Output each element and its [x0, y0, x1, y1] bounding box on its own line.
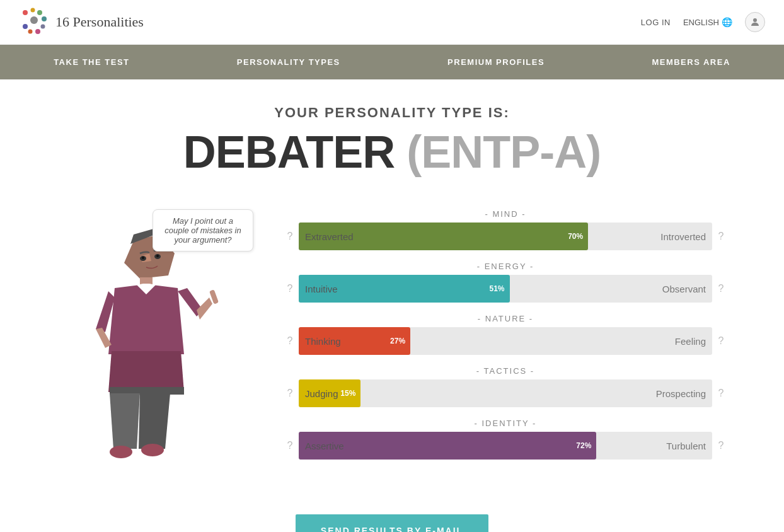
trait-fill-label-0: 70% [568, 232, 583, 241]
svg-point-30 [156, 255, 159, 257]
trait-help-left-1[interactable]: ? [285, 283, 295, 294]
character-illustration [58, 222, 234, 487]
trait-fill-bar-0: 70% [299, 223, 588, 250]
trait-section-0: - MIND -?70%ExtravertedIntroverted? [285, 209, 726, 250]
svg-point-3 [42, 16, 47, 21]
svg-point-26 [141, 444, 164, 456]
svg-point-4 [41, 25, 45, 29]
svg-point-25 [110, 446, 132, 458]
trait-category-3: - TACTICS - [285, 366, 726, 376]
trait-right-label-4: Turbulent [666, 441, 706, 451]
trait-fill-label-2: 27% [390, 337, 405, 345]
svg-point-7 [23, 24, 28, 29]
trait-help-left-0[interactable]: ? [285, 231, 295, 242]
trait-help-right-4[interactable]: ? [716, 440, 726, 451]
trait-fill-bar-4: 72% [299, 432, 596, 460]
login-link[interactable]: LOG IN [641, 18, 671, 27]
svg-marker-23 [110, 393, 140, 449]
svg-point-9 [753, 18, 757, 22]
nav-members-area[interactable]: MEMBERS AREA [633, 45, 749, 79]
trait-fill-label-1: 51% [490, 284, 505, 293]
svg-point-2 [37, 10, 42, 15]
trait-right-label-3: Prospecting [656, 388, 706, 399]
trait-bar-row-0: ?70%ExtravertedIntroverted? [285, 223, 726, 250]
trait-section-4: - IDENTITY -?72%AssertiveTurbulent? [285, 419, 726, 460]
trait-bar-container-3: 15%JudgingProspecting [299, 379, 712, 407]
trait-help-left-3[interactable]: ? [285, 388, 295, 399]
svg-point-8 [30, 16, 38, 24]
trait-help-right-0[interactable]: ? [716, 231, 726, 242]
personality-result-header: YOUR PERSONALITY TYPE IS: DEBATER (ENTP-… [58, 105, 726, 178]
trait-fill-bar-2: 27% [299, 327, 410, 355]
svg-marker-15 [108, 285, 184, 354]
trait-bar-row-2: ?27%ThinkingFeeling? [285, 327, 726, 355]
main-content: YOUR PERSONALITY TYPE IS: DEBATER (ENTP-… [45, 79, 739, 532]
trait-bar-container-2: 27%ThinkingFeeling [299, 327, 712, 355]
trait-fill-label-4: 72% [576, 441, 591, 450]
svg-point-1 [31, 8, 35, 13]
svg-point-28 [142, 257, 144, 259]
trait-bar-row-1: ?51%IntuitiveObservant? [285, 275, 726, 303]
svg-marker-19 [197, 298, 212, 320]
logo-icon [19, 6, 50, 38]
trait-help-right-3[interactable]: ? [716, 388, 726, 399]
personality-code: (ENTP-A) [406, 127, 601, 177]
trait-help-left-2[interactable]: ? [285, 335, 295, 347]
speech-bubble: May I point out a couple of mistakes in … [153, 209, 253, 252]
result-subtitle: YOUR PERSONALITY TYPE IS: [58, 105, 726, 121]
trait-bar-container-0: 70%ExtravertedIntroverted [299, 223, 712, 250]
trait-bar-row-3: ?15%JudgingProspecting? [285, 379, 726, 407]
logo-text: 16 Personalities [55, 14, 144, 30]
user-icon [749, 16, 761, 28]
trait-help-right-2[interactable]: ? [716, 335, 726, 347]
trait-category-1: - ENERGY - [285, 262, 726, 271]
svg-marker-21 [108, 351, 184, 392]
svg-point-6 [28, 30, 33, 34]
trait-bar-container-1: 51%IntuitiveObservant [299, 275, 712, 303]
result-title: DEBATER (ENTP-A) [58, 126, 726, 178]
character-area: May I point out a couple of mistakes in … [58, 203, 260, 489]
svg-point-5 [35, 29, 40, 34]
send-results-area: SEND RESULTS BY E-MAIL [58, 514, 726, 532]
trait-section-2: - NATURE -?27%ThinkingFeeling? [285, 314, 726, 355]
nav-take-test[interactable]: TAKE THE TEST [35, 45, 148, 79]
globe-icon: 🌐 [722, 17, 732, 27]
user-avatar[interactable] [745, 12, 765, 32]
trait-help-right-1[interactable]: ? [716, 283, 726, 294]
personality-name: DEBATER [183, 127, 395, 177]
traits-panel: - MIND -?70%ExtravertedIntroverted?- ENE… [285, 203, 726, 471]
trait-fill-label-3: 15% [340, 389, 355, 398]
trait-fill-bar-3: 15% [299, 379, 360, 407]
trait-category-0: - MIND - [285, 209, 726, 219]
language-selector[interactable]: ENGLISH 🌐 [683, 17, 732, 27]
trait-category-2: - NATURE - [285, 314, 726, 323]
nav-premium-profiles[interactable]: PREMIUM PROFILES [429, 45, 563, 79]
trait-right-label-1: Observant [662, 284, 706, 294]
trait-help-left-4[interactable]: ? [285, 440, 295, 451]
trait-right-label-0: Introverted [660, 231, 706, 242]
site-header: 16 Personalities LOG IN ENGLISH 🌐 [0, 0, 784, 45]
svg-point-0 [23, 10, 28, 15]
trait-section-1: - ENERGY -?51%IntuitiveObservant? [285, 262, 726, 303]
svg-marker-24 [139, 393, 170, 449]
main-nav: TAKE THE TEST PERSONALITY TYPES PREMIUM … [0, 45, 784, 79]
header-actions: LOG IN ENGLISH 🌐 [641, 12, 765, 32]
trait-category-4: - IDENTITY - [285, 419, 726, 428]
trait-bar-container-4: 72%AssertiveTurbulent [299, 432, 712, 460]
logo[interactable]: 16 Personalities [19, 6, 144, 38]
nav-personality-types[interactable]: PERSONALITY TYPES [218, 45, 359, 79]
trait-right-label-2: Feeling [675, 336, 706, 347]
trait-fill-bar-1: 51% [299, 275, 510, 303]
trait-section-3: - TACTICS -?15%JudgingProspecting? [285, 366, 726, 407]
trait-bar-row-4: ?72%AssertiveTurbulent? [285, 432, 726, 460]
svg-marker-17 [96, 328, 112, 348]
language-label: ENGLISH [683, 18, 719, 27]
send-results-button[interactable]: SEND RESULTS BY E-MAIL [296, 514, 488, 532]
result-content: May I point out a couple of mistakes in … [58, 203, 726, 489]
